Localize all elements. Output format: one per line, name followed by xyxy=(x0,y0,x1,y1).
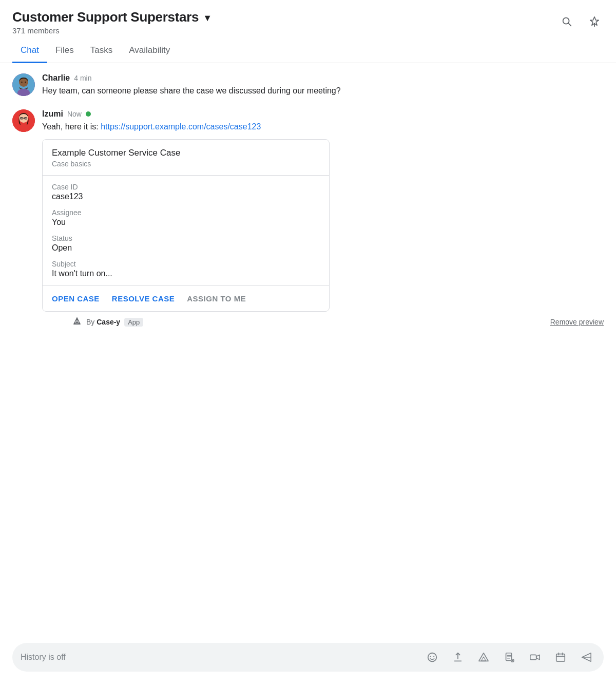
svg-point-13 xyxy=(21,118,22,119)
case-field-assignee-label: Assignee xyxy=(52,208,320,217)
message-input-bar: History is off xyxy=(12,643,604,672)
video-icon xyxy=(529,652,541,663)
case-field-status-label: Status xyxy=(52,234,320,242)
calendar-icon xyxy=(555,652,566,663)
avatar-charlie xyxy=(12,73,35,96)
svg-rect-32 xyxy=(530,655,536,659)
svg-point-6 xyxy=(21,82,22,83)
chat-content: Charlie 4 min Hey team, can someone plea… xyxy=(0,63,616,633)
doc-button[interactable] xyxy=(500,648,518,666)
case-card: Example Customer Service Case Case basic… xyxy=(42,139,330,312)
svg-point-7 xyxy=(25,82,26,83)
svg-rect-34 xyxy=(556,654,565,662)
svg-line-1 xyxy=(568,23,571,26)
case-field-id: Case ID case123 xyxy=(52,183,320,201)
avatar-izumi xyxy=(12,109,35,132)
case-field-status-value: Open xyxy=(52,243,320,253)
charlie-text: Hey team, can someone please share the c… xyxy=(42,85,604,97)
case-field-assignee: Assignee You xyxy=(52,208,320,227)
by-line: By Case-y App Remove preview xyxy=(72,317,604,327)
charlie-time: 4 min xyxy=(74,74,91,82)
svg-marker-24 xyxy=(481,657,486,661)
izumi-message-body: Izumi Now Yeah, here it is: https://supp… xyxy=(42,109,604,327)
pin-icon xyxy=(589,16,600,27)
input-placeholder: History is off xyxy=(21,653,416,662)
emoji-button[interactable] xyxy=(423,648,441,666)
pin-button[interactable] xyxy=(585,12,604,31)
case-field-id-label: Case ID xyxy=(52,183,320,191)
doc-icon xyxy=(504,652,515,663)
charlie-author: Charlie xyxy=(42,73,70,83)
video-button[interactable] xyxy=(526,648,544,666)
case-card-title: Example Customer Service Case xyxy=(52,148,320,158)
case-card-header: Example Customer Service Case Case basic… xyxy=(43,140,329,176)
izumi-text-prefix: Yeah, here it is: xyxy=(42,122,101,131)
online-indicator xyxy=(86,111,91,117)
search-icon xyxy=(561,16,572,27)
app-badge: App xyxy=(124,318,143,327)
izumi-text: Yeah, here it is: https://support.exampl… xyxy=(42,121,604,133)
emoji-icon xyxy=(427,652,438,663)
svg-point-20 xyxy=(430,656,431,657)
case-field-subject: Subject It won't turn on... xyxy=(52,260,320,278)
case-field-status: Status Open xyxy=(52,234,320,253)
upload-button[interactable] xyxy=(449,648,467,666)
app-name: Case-y xyxy=(97,318,120,326)
izumi-author: Izumi xyxy=(42,109,63,119)
tab-tasks[interactable]: Tasks xyxy=(82,39,121,63)
charlie-message-header: Charlie 4 min xyxy=(42,73,604,83)
by-text: By Case-y xyxy=(86,318,120,326)
tab-availability[interactable]: Availability xyxy=(121,39,178,63)
svg-marker-33 xyxy=(536,655,540,659)
header-title: Customer Support Superstars ▼ xyxy=(12,9,212,25)
send-icon xyxy=(581,652,592,663)
izumi-avatar-image xyxy=(12,109,35,132)
tab-files[interactable]: Files xyxy=(47,39,82,63)
casey-logo-icon xyxy=(72,317,82,327)
case-field-subject-label: Subject xyxy=(52,260,320,268)
resolve-case-button[interactable]: RESOLVE CASE xyxy=(112,294,175,303)
casey-icon xyxy=(72,317,82,327)
header: Customer Support Superstars ▼ 371 member… xyxy=(0,0,616,35)
izumi-time: Now xyxy=(67,110,82,118)
message-charlie: Charlie 4 min Hey team, can someone plea… xyxy=(12,73,604,97)
charlie-avatar-image xyxy=(12,73,35,96)
send-button[interactable] xyxy=(577,648,595,666)
upload-icon xyxy=(452,652,464,663)
drive-button[interactable] xyxy=(474,648,493,666)
case-field-subject-value: It won't turn on... xyxy=(52,269,320,278)
case-field-id-value: case123 xyxy=(52,192,320,201)
svg-point-19 xyxy=(428,653,437,662)
header-left: Customer Support Superstars ▼ 371 member… xyxy=(12,9,212,35)
header-actions xyxy=(557,9,604,31)
by-prefix: By xyxy=(86,318,97,326)
open-case-button[interactable]: OPEN CASE xyxy=(52,294,100,303)
tab-chat[interactable]: Chat xyxy=(12,39,47,63)
case-link[interactable]: https://support.example.com/cases/case12… xyxy=(101,122,261,131)
drive-icon xyxy=(478,652,489,663)
dropdown-icon[interactable]: ▼ xyxy=(203,13,212,24)
izumi-message-header: Izumi Now xyxy=(42,109,604,119)
svg-point-14 xyxy=(25,118,26,119)
search-button[interactable] xyxy=(557,12,576,31)
case-card-body: Case ID case123 Assignee You Status Open… xyxy=(43,176,329,286)
case-card-actions: OPEN CASE RESOLVE CASE ASSIGN TO ME xyxy=(43,286,329,311)
case-card-subtitle: Case basics xyxy=(52,160,320,168)
message-izumi: Izumi Now Yeah, here it is: https://supp… xyxy=(12,109,604,327)
assign-to-me-button[interactable]: ASSIGN TO ME xyxy=(187,294,246,303)
charlie-message-body: Charlie 4 min Hey team, can someone plea… xyxy=(42,73,604,97)
calendar-button[interactable] xyxy=(551,648,570,666)
svg-point-21 xyxy=(433,656,434,657)
remove-preview-button[interactable]: Remove preview xyxy=(550,318,604,326)
members-count: 371 members xyxy=(12,26,212,35)
tabs: Chat Files Tasks Availability xyxy=(0,39,616,63)
case-field-assignee-value: You xyxy=(52,218,320,227)
group-name: Customer Support Superstars xyxy=(12,9,199,25)
